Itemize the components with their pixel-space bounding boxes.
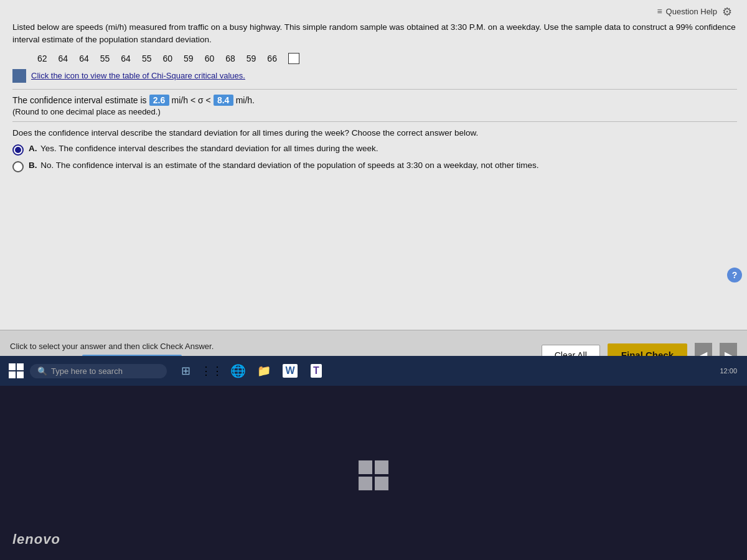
radio-a[interactable] [12, 144, 24, 156]
data-val-6: 55 [142, 54, 152, 63]
data-val-2: 64 [59, 54, 68, 63]
taskbar-icon-apps[interactable]: ⋮⋮ [200, 360, 223, 382]
teams-icon: T [311, 364, 322, 378]
option-b-text: B. No. The confidence interval is an est… [29, 161, 539, 170]
data-val-10: 68 [225, 54, 235, 63]
divider-2 [12, 121, 737, 122]
radio-a-inner [15, 147, 21, 153]
bottom-dark-area [0, 386, 747, 560]
system-tray: 12:00 [720, 367, 742, 375]
ci-high-value[interactable]: 8.4 [214, 95, 233, 106]
data-val-3: 64 [79, 54, 89, 63]
data-val-12: 66 [267, 54, 277, 63]
lenovo-logo: lenovo [12, 531, 60, 548]
data-val-4: 55 [100, 54, 110, 63]
data-val-8: 59 [184, 54, 194, 63]
help-circle-button[interactable]: ? [727, 268, 742, 282]
taskbar-icon-word[interactable]: W [279, 360, 301, 382]
round-note: (Round to one decimal place as needed.) [12, 107, 737, 116]
windows-taskbar: 🔍 Type here to search ⊞ ⋮⋮ 🌐 📁 W T 12:00 [0, 356, 747, 386]
option-a[interactable]: A. Yes. The confidence interval describe… [12, 144, 737, 156]
taskbar-icon-edge[interactable]: 🌐 [227, 360, 249, 382]
data-val-9: 60 [205, 54, 215, 63]
ci-line: The confidence interval estimate is 2.6 … [12, 95, 737, 106]
settings-icon[interactable]: ⚙ [722, 5, 735, 17]
option-a-content: Yes. The confidence interval describes t… [40, 144, 378, 153]
data-val-5: 64 [121, 54, 131, 63]
question-help-lines-icon: ≡ [657, 6, 662, 16]
clipboard-icon[interactable] [288, 53, 299, 64]
taskbar-icons: ⊞ ⋮⋮ 🌐 📁 W T [174, 360, 327, 382]
apps-icon: ⋮⋮ [200, 364, 223, 378]
ci-low-value[interactable]: 2.6 [149, 95, 169, 106]
divider-1 [12, 89, 737, 90]
ci-mid-text: mi/h < σ < [172, 95, 211, 105]
option-a-text: A. Yes. The confidence interval describe… [29, 144, 378, 153]
chi-square-link-row: Click the icon to view the table of Chi-… [12, 69, 737, 83]
option-b-letter: B. [29, 161, 37, 170]
search-icon: 🔍 [37, 366, 47, 376]
radio-b[interactable] [12, 161, 24, 172]
top-bar: ≡ Question Help ⚙ [12, 5, 737, 17]
data-val-1: 62 [37, 54, 47, 63]
windows-logo [9, 363, 24, 378]
taskbar-search[interactable]: 🔍 Type here to search [30, 364, 167, 378]
word-icon: W [283, 364, 297, 378]
folder-icon: 📁 [257, 364, 271, 378]
ci-units: mi/h. [236, 95, 255, 105]
taskbar-icon-desktop[interactable]: ⊞ [174, 360, 197, 382]
data-val-11: 59 [247, 54, 256, 63]
ci-text-before: The confidence interval estimate is [12, 95, 147, 105]
desktop-icon: ⊞ [181, 364, 190, 378]
chi-square-link-text[interactable]: Click the icon to view the table of Chi-… [31, 71, 245, 80]
problem-intro: Listed below are speeds (mi/h) measured … [12, 21, 737, 47]
option-b[interactable]: B. No. The confidence interval is an est… [12, 161, 737, 172]
search-placeholder: Type here to search [51, 366, 123, 376]
confidence-interval-section: The confidence interval estimate is 2.6 … [12, 95, 737, 116]
system-tray-time: 12:00 [720, 367, 737, 375]
data-val-7: 60 [162, 54, 172, 63]
data-values-row: 62 64 64 55 64 55 60 59 60 68 59 66 [37, 53, 737, 64]
option-a-letter: A. [29, 144, 37, 153]
book-icon[interactable] [12, 69, 26, 83]
question-help-label: Question Help [666, 7, 717, 16]
option-b-content: No. The confidence interval is an estima… [40, 161, 538, 170]
taskbar-icon-folder[interactable]: 📁 [253, 360, 275, 382]
question-text: Does the confidence interval describe th… [12, 128, 737, 138]
instruction-text: Click to select your answer and then cli… [10, 342, 542, 351]
taskbar-icon-teams[interactable]: T [305, 360, 327, 382]
edge-icon: 🌐 [230, 363, 246, 378]
windows-start-button[interactable] [5, 360, 27, 382]
windows-logo-large [359, 460, 388, 490]
main-content: ≡ Question Help ⚙ Listed below are speed… [0, 0, 747, 386]
question-help-button[interactable]: ≡ Question Help [657, 6, 717, 16]
